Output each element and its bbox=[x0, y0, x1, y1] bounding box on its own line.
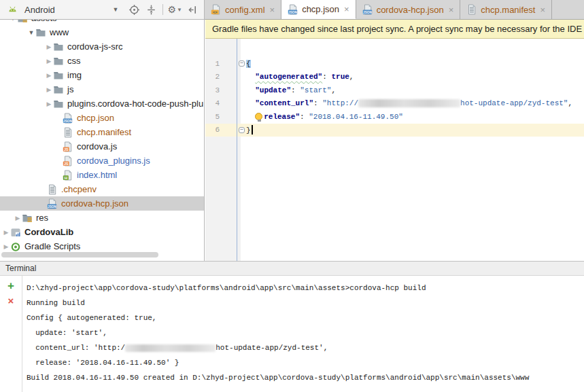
text-file-icon bbox=[47, 184, 58, 195]
collapsed-arrow-icon[interactable]: ▶ bbox=[45, 101, 53, 107]
tree-item-css[interactable]: ▶ css bbox=[0, 54, 204, 68]
project-view-selector[interactable]: Android bbox=[24, 5, 55, 15]
toolbar-divider bbox=[162, 4, 163, 15]
tree-item-www[interactable]: ▼ www bbox=[0, 25, 204, 39]
code-editor[interactable]: 1 { 2 "autogenerated": true, 3 "update":… bbox=[205, 39, 584, 261]
tree-item-assets[interactable]: ▼ assets bbox=[0, 20, 204, 25]
tree-item-label: res bbox=[36, 213, 48, 223]
collapsed-arrow-icon[interactable]: ▶ bbox=[2, 229, 10, 236]
js-file-icon bbox=[63, 141, 73, 152]
collapsed-arrow-icon[interactable]: ▶ bbox=[45, 86, 53, 93]
close-icon[interactable]: × bbox=[270, 5, 275, 15]
json-file-icon bbox=[288, 4, 298, 15]
tree-item-cordovalib[interactable]: ▶ CordovaLib bbox=[0, 225, 204, 239]
intention-lightbulb-icon[interactable] bbox=[255, 113, 262, 120]
js-file-icon bbox=[63, 156, 73, 166]
expand-arrow-icon[interactable]: ▼ bbox=[27, 29, 35, 36]
code-line-3: 3 "update": "start", bbox=[205, 84, 584, 97]
collapsed-arrow-icon[interactable]: ▶ bbox=[45, 43, 53, 50]
tree-item-chcpenv[interactable]: .chcpenv bbox=[0, 182, 204, 196]
tree-item-js[interactable]: ▶ js bbox=[0, 82, 204, 96]
tree-item-cordova-js[interactable]: cordova.js bbox=[0, 139, 204, 154]
tree-item-label: Gradle Scripts bbox=[24, 241, 80, 251]
tree-item-res[interactable]: ▶ res bbox=[0, 211, 204, 225]
tree-item-label: cordova-hcp.json bbox=[61, 198, 128, 209]
tree-item-cordova-js-src[interactable]: ▶ cordova-js-src bbox=[0, 39, 204, 54]
collapsed-arrow-icon[interactable]: ▶ bbox=[45, 72, 53, 79]
terminal-line: Running build bbox=[27, 296, 584, 310]
folder-icon bbox=[53, 41, 64, 52]
collapsed-arrow-icon[interactable]: ▶ bbox=[45, 58, 53, 65]
notification-text: Gradle files have changed since last pro… bbox=[212, 24, 582, 34]
expand-arrow-icon[interactable]: ▼ bbox=[9, 20, 17, 22]
tree-item-label: index.html bbox=[77, 170, 117, 180]
tab-label: config.xml bbox=[225, 5, 265, 15]
html-file-icon bbox=[63, 170, 73, 181]
tree-item-label: cordova.js bbox=[77, 141, 117, 152]
header-bar: Android ▼ ⚙▼ config.xml × chcp.json × co… bbox=[0, 0, 584, 20]
folder-icon bbox=[53, 70, 64, 81]
tree-item-index-html[interactable]: index.html bbox=[0, 168, 204, 182]
json-file-icon bbox=[63, 113, 73, 124]
xml-file-icon bbox=[211, 4, 222, 15]
terminal-header[interactable]: Terminal bbox=[0, 262, 584, 276]
tree-item-chcp-json[interactable]: chcp.json bbox=[0, 111, 204, 125]
tree-item-chcp-manifest[interactable]: chcp.manifest bbox=[0, 125, 204, 139]
json-file-icon bbox=[47, 198, 58, 209]
res-folder-icon bbox=[22, 213, 33, 224]
collapse-all-icon[interactable] bbox=[145, 4, 157, 16]
code-line-6-current: 6 } bbox=[205, 124, 584, 137]
terminal-line: D:\zhyd-project\app\cordova-study\platfo… bbox=[27, 281, 584, 296]
redacted-url-blur bbox=[125, 344, 216, 352]
tree-item-plugins-folder[interactable]: ▶ plugins.cordova-hot-code-push-plu bbox=[0, 96, 204, 111]
gradle-icon bbox=[10, 241, 21, 252]
line-number: 2 bbox=[205, 73, 237, 81]
tree-item-label: www bbox=[50, 27, 69, 37]
tree-item-cordova-hcp-json-selected[interactable]: cordova-hcp.json bbox=[0, 196, 204, 211]
line-number: 3 bbox=[205, 86, 237, 94]
settings-gear-icon[interactable]: ⚙▼ bbox=[168, 4, 182, 15]
folder-icon bbox=[53, 56, 64, 67]
hide-panel-icon[interactable] bbox=[187, 4, 199, 16]
text-cursor bbox=[252, 125, 253, 135]
horizontal-scrollbar[interactable] bbox=[1, 252, 158, 257]
fold-marker-icon[interactable] bbox=[237, 127, 246, 133]
code-line-1: 1 { bbox=[205, 57, 584, 71]
tab-chcp-json[interactable]: chcp.json × bbox=[281, 0, 356, 19]
project-tree-panel: ▼ assets ▼ www ▶ cordova-js-src ▶ css ▶ bbox=[0, 20, 205, 261]
tree-item-label: cordova-js-src bbox=[67, 41, 123, 52]
tab-config-xml[interactable]: config.xml × bbox=[205, 0, 281, 19]
close-icon[interactable]: × bbox=[540, 5, 545, 15]
tree-item-cordova-plugins-js[interactable]: cordova_plugins.js bbox=[0, 154, 204, 168]
tab-label: chcp.manifest bbox=[481, 5, 535, 15]
tab-cordova-hcp-json[interactable]: cordova-hcp.json × bbox=[356, 0, 461, 19]
line-number: 1 bbox=[205, 60, 237, 68]
terminal-title: Terminal bbox=[5, 264, 36, 273]
code-line-5: 5 release": "2018.04.16-11.49.50" bbox=[205, 110, 584, 124]
line-number: 6 bbox=[205, 126, 237, 134]
terminal-line: release: '2018.04.16-11.49.50' } bbox=[27, 355, 584, 370]
terminal-output[interactable]: D:\zhyd-project\app\cordova-study\platfo… bbox=[22, 276, 584, 392]
fold-marker-icon[interactable] bbox=[237, 60, 246, 67]
new-session-plus-icon[interactable]: + bbox=[7, 281, 14, 291]
gutter-separator bbox=[237, 39, 237, 261]
close-icon[interactable]: × bbox=[344, 4, 349, 14]
tree-item-label: chcp.manifest bbox=[77, 127, 131, 137]
close-icon[interactable]: × bbox=[449, 5, 454, 15]
collapsed-arrow-icon[interactable]: ▶ bbox=[14, 215, 22, 221]
terminal-toolbar: + × bbox=[0, 276, 22, 392]
tree-item-gradle-scripts[interactable]: ▶ Gradle Scripts bbox=[0, 239, 204, 253]
tab-chcp-manifest[interactable]: chcp.manifest × bbox=[460, 0, 552, 19]
project-tree: ▼ assets ▼ www ▶ cordova-js-src ▶ css ▶ bbox=[0, 20, 204, 253]
line-number: 5 bbox=[205, 113, 237, 121]
collapsed-arrow-icon[interactable]: ▶ bbox=[2, 243, 10, 250]
tree-item-label: img bbox=[67, 70, 82, 80]
editor-column: Gradle files have changed since last pro… bbox=[205, 20, 584, 261]
tree-item-label: .chcpenv bbox=[61, 184, 97, 194]
tree-item-img[interactable]: ▶ img bbox=[0, 68, 204, 82]
close-session-icon[interactable]: × bbox=[8, 296, 14, 305]
locate-target-icon[interactable] bbox=[128, 4, 140, 16]
code-line-2: 2 "autogenerated": true, bbox=[205, 71, 584, 84]
json-file-icon bbox=[362, 4, 373, 15]
chevron-down-icon[interactable]: ▼ bbox=[113, 6, 119, 13]
